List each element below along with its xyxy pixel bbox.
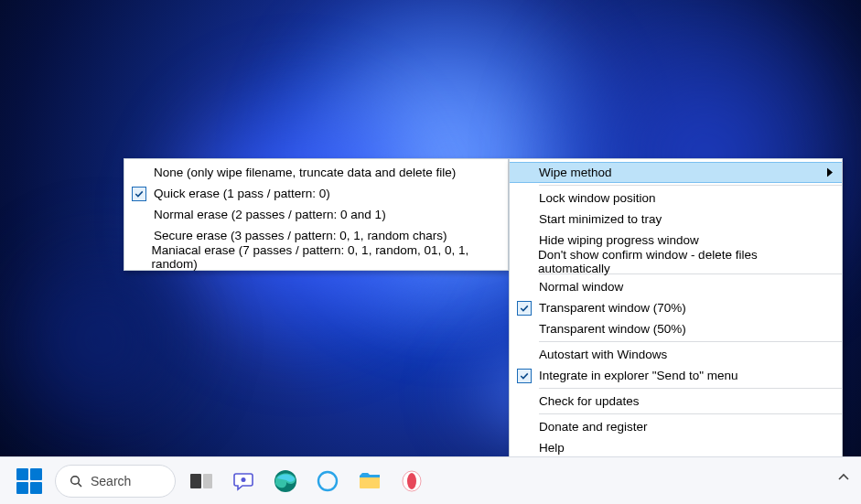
svg-rect-4 (203, 474, 212, 488)
search-icon (69, 474, 83, 488)
cortana-button[interactable] (311, 465, 344, 498)
wipe-method-submenu: None (only wipe filename, truncate data … (124, 158, 509, 271)
menu-item-label: Hide wiping progress window (539, 233, 699, 247)
start-button[interactable] (13, 465, 46, 498)
edge-icon (273, 468, 298, 494)
menu-item-label: Normal window (539, 280, 623, 294)
menu-item-label: Maniacal erase (7 passes / pattern: 0, 1… (152, 243, 490, 271)
chat-button[interactable] (227, 465, 260, 498)
wipe-method-item-0[interactable]: None (only wipe filename, truncate data … (124, 162, 508, 183)
menu-item-3-1[interactable]: Integrate in explorer "Send to" menu (510, 365, 842, 386)
menu-item-label: Secure erase (3 passes / pattern: 0, 1, … (154, 229, 447, 242)
chat-icon (231, 469, 255, 493)
tray-overflow-button[interactable] (837, 471, 850, 488)
chevron-up-icon (837, 471, 850, 484)
menu-item-5-0[interactable]: Donate and register (510, 416, 842, 437)
svg-point-7 (318, 472, 337, 490)
menu-item-1-0[interactable]: Lock window position (510, 188, 842, 209)
svg-line-2 (78, 483, 81, 487)
menu-separator (539, 388, 842, 389)
search-placeholder: Search (91, 474, 131, 488)
taskbar: Search (0, 456, 861, 504)
svg-point-1 (71, 476, 80, 484)
edge-button[interactable] (269, 465, 302, 498)
opera-button[interactable] (395, 465, 428, 498)
task-view-button[interactable] (185, 465, 218, 498)
menu-item-label: Quick erase (1 pass / pattern: 0) (154, 187, 330, 200)
checkmark-icon (517, 301, 532, 316)
menu-item-1-3[interactable]: Don't show confirm window - delete files… (510, 251, 842, 272)
menu-item-5-1[interactable]: Help (510, 437, 842, 458)
menu-item-2-1[interactable]: Transparent window (70%) (510, 297, 842, 318)
windows-logo-icon (16, 468, 42, 494)
checkmark-icon (517, 369, 532, 383)
menu-item-1-1[interactable]: Start minimized to tray (510, 209, 842, 230)
menu-item-gutter (510, 301, 539, 316)
svg-point-5 (242, 477, 246, 482)
menu-item-label: Check for updates (539, 394, 640, 408)
menu-item-label: Transparent window (50%) (539, 322, 686, 336)
menu-item-label: None (only wipe filename, truncate data … (154, 166, 456, 179)
context-menu: Wipe methodLock window positionStart min… (509, 158, 843, 504)
file-explorer-button[interactable] (353, 465, 386, 498)
svg-marker-0 (827, 167, 833, 177)
menu-item-0-0[interactable]: Wipe method (510, 162, 842, 183)
menu-item-2-2[interactable]: Transparent window (50%) (510, 318, 842, 339)
submenu-arrow-icon (827, 166, 833, 179)
menu-item-label: Help (539, 441, 565, 455)
menu-item-label: Autostart with Windows (539, 348, 667, 361)
menu-item-2-0[interactable]: Normal window (510, 276, 842, 297)
wipe-method-item-4[interactable]: Maniacal erase (7 passes / pattern: 0, 1… (124, 246, 508, 267)
menu-item-label: Don't show confirm window - delete files… (538, 248, 823, 275)
menu-item-label: Start minimized to tray (539, 212, 662, 226)
menu-separator (539, 185, 842, 186)
menu-item-label: Integrate in explorer "Send to" menu (539, 369, 737, 382)
menu-separator (539, 341, 842, 342)
task-view-icon (189, 469, 213, 493)
svg-rect-3 (190, 474, 201, 488)
menu-item-4-0[interactable]: Check for updates (510, 391, 842, 412)
wipe-method-item-2[interactable]: Normal erase (2 passes / pattern: 0 and … (124, 204, 508, 225)
wipe-method-item-1[interactable]: Quick erase (1 pass / pattern: 0) (124, 183, 508, 204)
menu-item-label: Lock window position (539, 191, 656, 205)
opera-icon (400, 469, 424, 493)
menu-item-label: Transparent window (70%) (539, 301, 686, 315)
menu-item-3-0[interactable]: Autostart with Windows (510, 344, 842, 365)
menu-item-label: Wipe method (539, 166, 612, 179)
menu-separator (539, 413, 842, 414)
checkmark-icon (132, 187, 146, 201)
menu-item-label: Normal erase (2 passes / pattern: 0 and … (154, 208, 386, 221)
menu-item-gutter (124, 187, 154, 201)
menu-item-label: Donate and register (539, 420, 648, 434)
menu-item-gutter (510, 369, 539, 383)
cortana-icon (316, 469, 339, 493)
search-box[interactable]: Search (55, 465, 176, 498)
folder-icon (357, 468, 382, 494)
svg-point-9 (407, 473, 416, 489)
